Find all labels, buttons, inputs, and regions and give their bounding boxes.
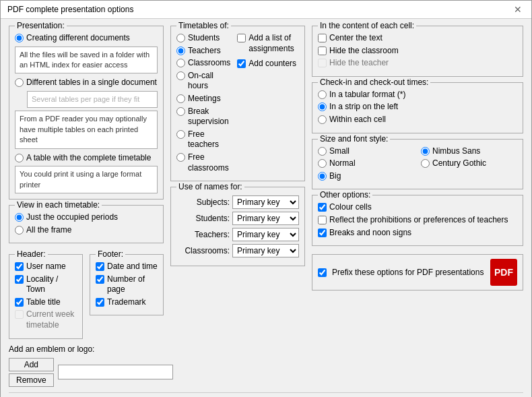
colour-cells-item[interactable]: Colour cells <box>318 202 517 213</box>
students-item[interactable]: Students <box>176 33 230 44</box>
free-teachers-item[interactable]: Free teachers <box>176 129 230 150</box>
students-label: Students <box>188 33 220 44</box>
use-of-names-group: Use of names for: Subjects: Primary key … <box>170 187 305 266</box>
normal-item[interactable]: Normal <box>318 158 414 169</box>
view-group: View in each timetable: Just the occupie… <box>9 205 164 243</box>
break-supervision-label: Break supervision <box>188 106 230 127</box>
teachers-item[interactable]: Teachers <box>176 46 230 57</box>
table-title-check[interactable] <box>15 298 24 307</box>
free-classrooms-radio[interactable] <box>176 153 185 162</box>
within-item[interactable]: Within each cell <box>318 115 517 125</box>
number-page-item[interactable]: Number of page <box>96 274 158 295</box>
current-week-item: Current week timetable <box>15 309 77 330</box>
different-radio-item[interactable]: Different tables in a single document <box>15 78 158 88</box>
colour-cells-check[interactable] <box>318 203 327 212</box>
all-frame-radio[interactable] <box>15 226 24 235</box>
all-frame-item[interactable]: All the frame <box>15 225 158 236</box>
breaks-item[interactable]: Breaks and noon signs <box>318 228 517 239</box>
user-name-check[interactable] <box>15 262 24 271</box>
emblem-input[interactable] <box>58 365 173 379</box>
free-classrooms-item[interactable]: Free classrooms <box>176 152 230 173</box>
prefix-check[interactable] <box>318 268 327 277</box>
teachers-radio[interactable] <box>176 47 185 55</box>
students-name-select[interactable]: Primary key <box>232 212 299 225</box>
teachers-name-label: Teachers: <box>176 230 230 239</box>
user-name-item[interactable]: User name <box>15 262 77 272</box>
header-group: Header: User name Locality / Town <box>9 254 83 339</box>
creating-radio-item[interactable]: Creating different documents <box>15 33 158 44</box>
classrooms-name-select[interactable]: Primary key <box>232 244 299 257</box>
century-label: Century Gothic <box>432 158 486 169</box>
date-time-check[interactable] <box>96 262 104 271</box>
break-supervision-radio[interactable] <box>176 107 185 116</box>
normal-radio[interactable] <box>318 159 327 168</box>
big-radio[interactable] <box>318 172 327 181</box>
century-radio[interactable] <box>421 159 430 168</box>
table-title-item[interactable]: Table title <box>15 297 77 308</box>
meetings-radio[interactable] <box>176 94 185 103</box>
nimbus-radio[interactable] <box>421 147 430 156</box>
trademark-check[interactable] <box>96 298 104 307</box>
center-text-item[interactable]: Center the text <box>318 33 517 44</box>
strip-label: In a strip on the left <box>329 102 398 113</box>
add-counters-item[interactable]: Add counters <box>237 59 299 69</box>
on-call-radio[interactable] <box>176 71 185 80</box>
century-item[interactable]: Century Gothic <box>421 158 517 169</box>
title-bar: PDF complete presentation options ✕ <box>1 1 531 19</box>
big-item[interactable]: Big <box>318 171 414 182</box>
meetings-label: Meetings <box>188 94 221 104</box>
just-occupied-item[interactable]: Just the occupied periods <box>15 212 158 223</box>
within-radio[interactable] <box>318 115 327 124</box>
free-teachers-radio[interactable] <box>176 130 185 139</box>
hide-classroom-check[interactable] <box>318 47 327 55</box>
reflect-check[interactable] <box>318 216 327 224</box>
view-label: View in each timetable: <box>15 200 102 210</box>
classrooms-radio[interactable] <box>176 59 185 67</box>
trademark-item[interactable]: Trademark <box>96 297 158 308</box>
other-options-group: Other options: Colour cells Reflect the … <box>312 195 523 246</box>
hide-classroom-label: Hide the classroom <box>329 46 399 57</box>
add-counters-check[interactable] <box>237 59 246 68</box>
cell-content-label: In the content of each cell: <box>318 21 416 30</box>
subjects-select[interactable]: Primary key <box>232 195 299 209</box>
timetables-label: Timetables of: <box>176 21 231 30</box>
date-time-item[interactable]: Date and time <box>96 262 158 272</box>
add-list-check[interactable] <box>237 34 246 42</box>
close-button[interactable]: ✕ <box>511 5 525 14</box>
different-radio[interactable] <box>15 78 24 87</box>
pdf-icon: PDF <box>490 259 517 286</box>
complete-radio[interactable] <box>15 154 24 162</box>
hide-classroom-item[interactable]: Hide the classroom <box>318 46 517 57</box>
complete-radio-item[interactable]: A table with the complete timetable <box>15 153 158 164</box>
tabular-item[interactable]: In a tabular format (*) <box>318 90 517 100</box>
locality-item[interactable]: Locality / Town <box>15 274 77 295</box>
emblem-buttons: Add Remove <box>9 358 54 387</box>
meetings-item[interactable]: Meetings <box>176 94 230 104</box>
tabular-label: In a tabular format (*) <box>329 90 405 100</box>
complete-radio-label: A table with the complete timetable <box>26 153 151 164</box>
creating-radio[interactable] <box>15 34 24 42</box>
footer-label: Footer: <box>96 249 125 259</box>
small-radio[interactable] <box>318 147 327 156</box>
number-page-check[interactable] <box>96 275 104 284</box>
break-supervision-item[interactable]: Break supervision <box>176 106 230 127</box>
students-radio[interactable] <box>176 34 185 42</box>
add-emblem-button[interactable]: Add <box>9 358 54 371</box>
remove-emblem-button[interactable]: Remove <box>9 373 54 387</box>
reflect-label: Reflect the prohibitions or preferences … <box>329 215 508 226</box>
nimbus-item[interactable]: Nimbus Sans <box>421 146 517 157</box>
strip-radio[interactable] <box>318 102 327 111</box>
tabular-radio[interactable] <box>318 90 327 99</box>
locality-check[interactable] <box>15 275 24 284</box>
add-list-item[interactable]: Add a list of assignments <box>237 33 299 54</box>
classrooms-item[interactable]: Classrooms <box>176 58 230 69</box>
center-text-check[interactable] <box>318 34 327 42</box>
teachers-name-select[interactable]: Primary key <box>232 228 299 241</box>
breaks-check[interactable] <box>318 228 327 237</box>
on-call-item[interactable]: On-call hours <box>176 71 230 92</box>
just-occupied-radio[interactable] <box>15 213 24 222</box>
strip-item[interactable]: In a strip on the left <box>318 102 517 113</box>
small-item[interactable]: Small <box>318 146 414 157</box>
dialog: PDF complete presentation options ✕ Pres… <box>0 0 532 397</box>
reflect-item[interactable]: Reflect the prohibitions or preferences … <box>318 215 517 226</box>
